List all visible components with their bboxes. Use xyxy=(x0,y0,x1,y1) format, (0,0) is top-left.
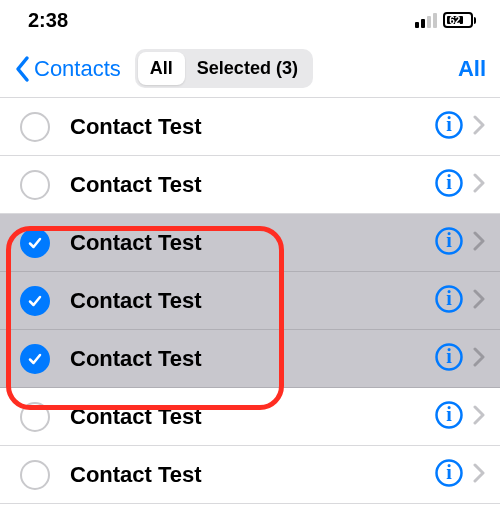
back-label: Contacts xyxy=(34,56,121,82)
svg-text:i: i xyxy=(446,345,452,367)
svg-text:i: i xyxy=(446,403,452,425)
back-button[interactable]: Contacts xyxy=(14,55,121,83)
chevron-right-icon xyxy=(472,231,486,255)
contact-name: Contact Test xyxy=(70,462,434,488)
segmented-control[interactable]: All Selected (3) xyxy=(135,49,313,88)
contact-name: Contact Test xyxy=(70,346,434,372)
contact-name: Contact Test xyxy=(70,404,434,430)
signal-icon xyxy=(415,13,437,28)
battery-icon: 62 xyxy=(443,12,476,28)
contact-name: Contact Test xyxy=(70,230,434,256)
info-icon[interactable]: i xyxy=(434,284,472,318)
contact-list: Contact TestiContact TestiContact TestiC… xyxy=(0,98,500,504)
svg-text:i: i xyxy=(446,113,452,135)
chevron-right-icon xyxy=(472,347,486,371)
contact-row[interactable]: Contact Testi xyxy=(0,446,500,504)
checkbox-unchecked-icon[interactable] xyxy=(20,460,50,490)
checkbox-checked-icon[interactable] xyxy=(20,286,50,316)
select-all-button[interactable]: All xyxy=(458,56,486,82)
checkbox-unchecked-icon[interactable] xyxy=(20,170,50,200)
segment-selected[interactable]: Selected (3) xyxy=(185,52,310,85)
contact-row[interactable]: Contact Testi xyxy=(0,214,500,272)
info-icon[interactable]: i xyxy=(434,400,472,434)
segment-all[interactable]: All xyxy=(138,52,185,85)
info-icon[interactable]: i xyxy=(434,342,472,376)
checkbox-unchecked-icon[interactable] xyxy=(20,112,50,142)
contact-row[interactable]: Contact Testi xyxy=(0,388,500,446)
chevron-left-icon xyxy=(14,55,32,83)
contact-name: Contact Test xyxy=(70,114,434,140)
info-icon[interactable]: i xyxy=(434,226,472,260)
contact-row[interactable]: Contact Testi xyxy=(0,156,500,214)
contact-row[interactable]: Contact Testi xyxy=(0,272,500,330)
contact-row[interactable]: Contact Testi xyxy=(0,98,500,156)
svg-text:i: i xyxy=(446,461,452,483)
svg-text:i: i xyxy=(446,287,452,309)
checkbox-checked-icon[interactable] xyxy=(20,344,50,374)
svg-text:i: i xyxy=(446,229,452,251)
checkbox-unchecked-icon[interactable] xyxy=(20,402,50,432)
chevron-right-icon xyxy=(472,173,486,197)
svg-text:i: i xyxy=(446,171,452,193)
status-time: 2:38 xyxy=(28,9,68,32)
info-icon[interactable]: i xyxy=(434,168,472,202)
info-icon[interactable]: i xyxy=(434,458,472,492)
nav-bar: Contacts All Selected (3) All xyxy=(0,40,500,98)
info-icon[interactable]: i xyxy=(434,110,472,144)
chevron-right-icon xyxy=(472,405,486,429)
contact-name: Contact Test xyxy=(70,172,434,198)
chevron-right-icon xyxy=(472,463,486,487)
checkbox-checked-icon[interactable] xyxy=(20,228,50,258)
chevron-right-icon xyxy=(472,115,486,139)
status-bar: 2:38 62 xyxy=(0,0,500,40)
contact-row[interactable]: Contact Testi xyxy=(0,330,500,388)
contact-name: Contact Test xyxy=(70,288,434,314)
chevron-right-icon xyxy=(472,289,486,313)
